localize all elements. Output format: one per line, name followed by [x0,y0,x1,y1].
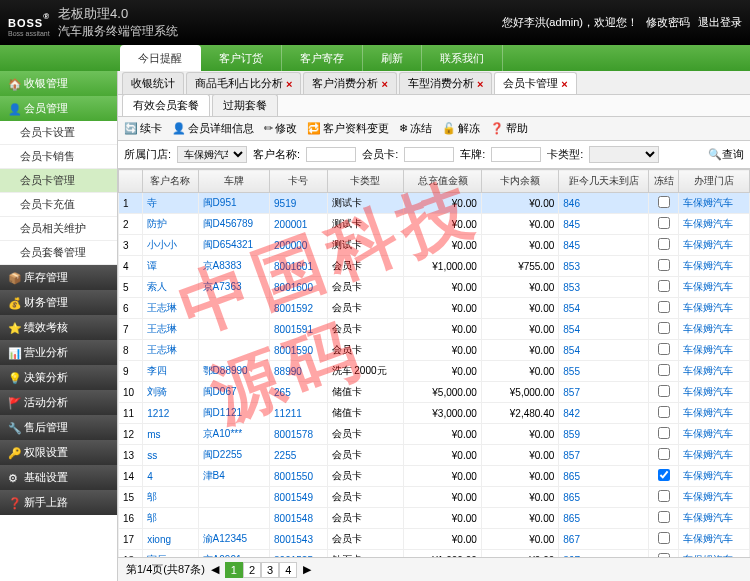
nav-refresh[interactable]: 刷新 [363,45,422,71]
freeze-checkbox[interactable] [658,364,670,376]
side-card-sale[interactable]: 会员卡销售 [0,145,117,169]
table-row[interactable]: 17xiong渝A123458001543会员卡¥0.00¥0.00867车保姆… [119,529,750,550]
freeze-checkbox[interactable] [658,385,670,397]
tab-customer[interactable]: 客户消费分析× [303,72,396,94]
tb-help[interactable]: ❓帮助 [490,121,528,136]
table-row[interactable]: 15邬8001549会员卡¥0.00¥0.00865车保姆汽车 [119,487,750,508]
page-button[interactable]: 4 [279,562,297,578]
freeze-checkbox[interactable] [658,259,670,271]
table-row[interactable]: 1寺闽D9519519测试卡¥0.00¥0.00846车保姆汽车 [119,193,750,214]
tab-vehicle[interactable]: 车型消费分析× [399,72,492,94]
freeze-checkbox[interactable] [658,427,670,439]
freeze-checkbox[interactable] [658,322,670,334]
subtab-valid[interactable]: 有效会员套餐 [122,94,210,116]
close-icon[interactable]: × [477,78,483,90]
freeze-checkbox[interactable] [658,532,670,544]
freeze-checkbox[interactable] [658,301,670,313]
table-row[interactable]: 4谭京A83838001601会员卡¥1,000.00¥755.00853车保姆… [119,256,750,277]
close-icon[interactable]: × [561,78,567,90]
col-header[interactable]: 冻结 [649,170,679,193]
change-password-link[interactable]: 修改密码 [646,15,690,30]
side-business[interactable]: 📊营业分析 [0,340,117,365]
table-row[interactable]: 5索人京A73638001600会员卡¥0.00¥0.00853车保姆汽车 [119,277,750,298]
close-icon[interactable]: × [381,78,387,90]
data-grid[interactable]: 客户名称车牌卡号卡类型总充值金额卡内余额距今几天未到店冻结办理门店 1寺闽D95… [118,169,750,557]
page-button[interactable]: 2 [243,562,261,578]
side-newbie[interactable]: ❓新手上路 [0,490,117,515]
inp-plate[interactable] [491,147,541,162]
freeze-checkbox[interactable] [658,196,670,208]
side-aftersale[interactable]: 🔧售后管理 [0,415,117,440]
col-header[interactable]: 客户名称 [143,170,198,193]
table-row[interactable]: 7王志琳8001591会员卡¥0.00¥0.00854车保姆汽车 [119,319,750,340]
tab-margin[interactable]: 商品毛利占比分析× [186,72,301,94]
inp-customer[interactable] [306,147,356,162]
subtab-expired[interactable]: 过期套餐 [212,94,278,116]
side-basic[interactable]: ⚙基础设置 [0,465,117,490]
table-row[interactable]: 111212闽D112111211储值卡¥3,000.00¥2,480.4084… [119,403,750,424]
table-row[interactable]: 2防护闽D456789200001测试卡¥0.00¥0.00845车保姆汽车 [119,214,750,235]
table-row[interactable]: 8王志琳8001590会员卡¥0.00¥0.00854车保姆汽车 [119,340,750,361]
side-package-manage[interactable]: 会员套餐管理 [0,241,117,265]
tb-edit[interactable]: ✏修改 [264,121,297,136]
freeze-checkbox[interactable] [658,469,670,481]
nav-deposit[interactable]: 客户寄存 [282,45,363,71]
table-row[interactable]: 18宇辰京A09018001525钻石卡¥1,000.00¥0.00867车保姆… [119,550,750,558]
nav-order[interactable]: 客户订货 [201,45,282,71]
side-member[interactable]: 👤会员管理 [0,96,117,121]
freeze-checkbox[interactable] [658,217,670,229]
side-card-recharge[interactable]: 会员卡充值 [0,193,117,217]
col-header[interactable]: 距今几天未到店 [559,170,649,193]
table-row[interactable]: 10刘骑闽D067265储值卡¥5,000.00¥5,000.00857车保姆汽… [119,382,750,403]
side-inventory[interactable]: 📦库存管理 [0,265,117,290]
page-button[interactable]: 3 [261,562,279,578]
tab-card-manage[interactable]: 会员卡管理× [494,72,576,94]
freeze-checkbox[interactable] [658,343,670,355]
freeze-checkbox[interactable] [658,406,670,418]
side-card-manage[interactable]: 会员卡管理 [0,169,117,193]
tb-freeze[interactable]: ❄冻结 [399,121,432,136]
pager-prev[interactable]: ◀ [211,563,219,576]
sel-store[interactable]: 车保姆汽车 [177,146,247,163]
side-finance[interactable]: 💰财务管理 [0,290,117,315]
side-member-maint[interactable]: 会员相关维护 [0,217,117,241]
side-card-setting[interactable]: 会员卡设置 [0,121,117,145]
nav-today[interactable]: 今日提醒 [120,45,201,71]
freeze-checkbox[interactable] [658,280,670,292]
sel-type[interactable] [589,146,659,163]
tb-unfreeze[interactable]: 🔓解冻 [442,121,480,136]
inp-card[interactable] [404,147,454,162]
logout-link[interactable]: 退出登录 [698,15,742,30]
tb-detail[interactable]: 👤会员详细信息 [172,121,254,136]
col-header[interactable]: 车牌 [198,170,269,193]
close-icon[interactable]: × [286,78,292,90]
pager-next[interactable]: ▶ [303,563,311,576]
table-row[interactable]: 16邬8001548会员卡¥0.00¥0.00865车保姆汽车 [119,508,750,529]
freeze-checkbox[interactable] [658,511,670,523]
table-row[interactable]: 6王志琳8001592会员卡¥0.00¥0.00854车保姆汽车 [119,298,750,319]
tab-cashier-stat[interactable]: 收银统计 [122,72,184,94]
col-header[interactable]: 办理门店 [679,170,750,193]
freeze-checkbox[interactable] [658,238,670,250]
table-row[interactable]: 3小小小闽D654321200000测试卡¥0.00¥0.00845车保姆汽车 [119,235,750,256]
table-row[interactable]: 13ss闽D22552255会员卡¥0.00¥0.00857车保姆汽车 [119,445,750,466]
side-cashier[interactable]: 🏠收银管理 [0,71,117,96]
side-permission[interactable]: 🔑权限设置 [0,440,117,465]
side-decision[interactable]: 💡决策分析 [0,365,117,390]
table-row[interactable]: 9李四鄂D8899088990洗车 2000元¥0.00¥0.00855车保姆汽… [119,361,750,382]
page-button[interactable]: 1 [225,562,243,578]
nav-contact[interactable]: 联系我们 [422,45,503,71]
table-row[interactable]: 12ms京A10***8001578会员卡¥0.00¥0.00859车保姆汽车 [119,424,750,445]
col-header[interactable]: 卡号 [270,170,327,193]
btn-query[interactable]: 🔍查询 [708,147,744,162]
col-header[interactable]: 卡内余额 [481,170,558,193]
col-header[interactable] [119,170,143,193]
tb-change[interactable]: 🔁客户资料变更 [307,121,389,136]
col-header[interactable]: 总充值金额 [404,170,481,193]
side-performance[interactable]: ⭐绩效考核 [0,315,117,340]
col-header[interactable]: 卡类型 [327,170,404,193]
side-activity[interactable]: 🚩活动分析 [0,390,117,415]
table-row[interactable]: 144津B48001550会员卡¥0.00¥0.00865车保姆汽车 [119,466,750,487]
tb-renew[interactable]: 🔄续卡 [124,121,162,136]
freeze-checkbox[interactable] [658,490,670,502]
